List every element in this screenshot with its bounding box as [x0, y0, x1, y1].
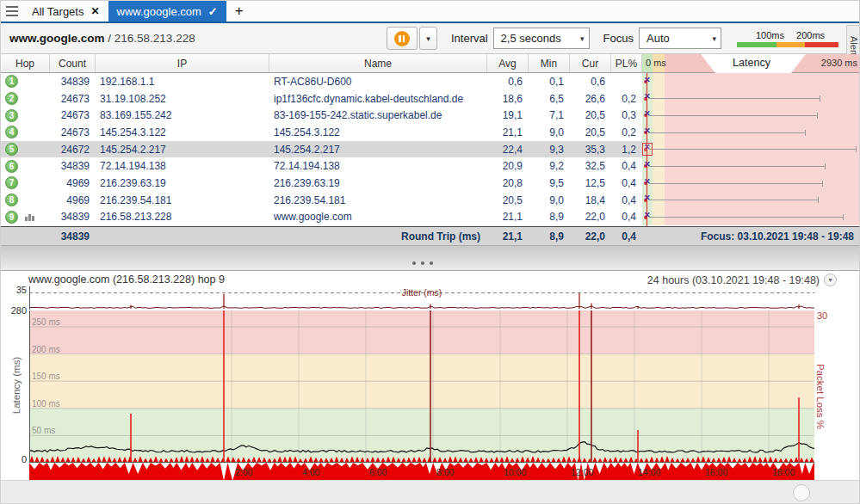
- current-time-marker-line: [647, 73, 647, 226]
- col-min[interactable]: Min: [529, 54, 570, 72]
- toolbar: www.google.com / 216.58.213.228 ▾ Interv…: [1, 23, 860, 54]
- cell-avg: 21,1: [487, 126, 529, 138]
- cell-count: 34839: [50, 211, 96, 223]
- graph-range-selector[interactable]: 24 hours (03.10.2021 19:48 - 19:48) ▾: [647, 274, 837, 286]
- check-icon: ✓: [208, 5, 218, 18]
- loss-axis-max: 30: [817, 310, 827, 321]
- table-row[interactable]: 63483972.14.194.13872.14.194.13820,99,23…: [1, 157, 860, 175]
- pause-dropdown-button[interactable]: ▾: [419, 27, 437, 50]
- latency-axis-max: 280: [4, 305, 27, 316]
- col-count[interactable]: Count: [50, 54, 96, 72]
- summary-min: 8,9: [529, 230, 570, 243]
- hop-number-badge: 9: [5, 211, 18, 224]
- scrollbar-thumb[interactable]: [793, 484, 810, 501]
- table-row[interactable]: 22467331.19.108.252ip1f136cfc.dynamic.ka…: [1, 90, 860, 108]
- table-row[interactable]: 32467383.169.155.24283-169-155-242.stati…: [1, 107, 860, 124]
- table-row[interactable]: 134839192.168.1.1RT-AC86U-D6000,60,10,6✕: [1, 73, 860, 90]
- whisker-end-tick: [843, 214, 844, 220]
- cell-pl: 0,4: [611, 177, 642, 189]
- tab-all-targets-label: All Targets: [32, 5, 84, 18]
- svg-text:250 ms: 250 ms: [32, 317, 60, 327]
- whisker-end-tick: [825, 163, 826, 169]
- loss-axis-title: Packet Loss %: [815, 349, 826, 444]
- cell-pl: 0,2: [611, 126, 642, 138]
- latency-whisker-cell: ✕: [642, 141, 860, 158]
- cell-name: 145.254.3.122: [269, 126, 487, 138]
- cell-ip: 216.239.63.19: [96, 177, 269, 189]
- pause-button[interactable]: [387, 27, 418, 50]
- col-name[interactable]: Name: [269, 54, 487, 72]
- latency-whisker: [649, 217, 843, 218]
- cell-count: 4969: [50, 177, 96, 189]
- svg-text:8:00: 8:00: [436, 467, 455, 477]
- cell-name: 216.239.54.181: [269, 194, 487, 206]
- chevron-down-icon: ▾: [824, 274, 837, 286]
- latency-scale-legend: 100ms 200ms: [737, 30, 838, 47]
- tab-google[interactable]: www.google.com ✓: [108, 1, 226, 22]
- cell-count: 24673: [50, 109, 96, 121]
- svg-text:16:00: 16:00: [705, 467, 727, 477]
- col-avg[interactable]: Avg: [487, 54, 529, 72]
- jitter-chart[interactable]: Jitter (ms): [29, 286, 814, 313]
- cell-min: 0,1: [529, 76, 570, 88]
- target-host: www.google.com: [9, 32, 105, 45]
- svg-text:Jitter (ms): Jitter (ms): [402, 287, 442, 298]
- cell-pl: 0,4: [611, 160, 642, 172]
- scale-100ms-label: 100ms: [756, 30, 784, 42]
- timeline-scrollbar[interactable]: [1, 480, 860, 504]
- svg-text:12:00: 12:00: [571, 467, 593, 477]
- cell-pl: 0,3: [611, 109, 642, 121]
- whisker-end-tick: [856, 146, 857, 152]
- col-hop[interactable]: Hop: [1, 54, 50, 72]
- table-rows: 134839192.168.1.1RT-AC86U-D6000,60,10,6✕…: [1, 73, 860, 226]
- latency-chart[interactable]: 50 ms100 ms150 ms200 ms250 ms: [29, 310, 814, 466]
- interval-select[interactable]: 2,5 seconds ▾: [493, 28, 590, 49]
- table-row[interactable]: 524672145.254.2.217145.254.2.21722,49,33…: [1, 141, 860, 158]
- col-cur[interactable]: Cur: [570, 54, 611, 72]
- cell-cur: 20,5: [570, 109, 611, 121]
- latency-max-label: 2930 ms: [821, 58, 857, 68]
- panel-splitter[interactable]: [1, 246, 860, 270]
- latency-axis-title: Latency (ms): [11, 334, 22, 437]
- splitter-grip-icon[interactable]: [412, 261, 433, 265]
- target-separator: /: [108, 32, 111, 45]
- latency-whisker-cell: ✕: [642, 209, 860, 226]
- col-latency[interactable]: 0 ms Latency 2930 ms: [642, 54, 860, 72]
- cell-ip: 72.14.194.138: [96, 160, 269, 172]
- interval-value: 2,5 seconds: [501, 32, 561, 45]
- focus-value: Auto: [647, 32, 670, 45]
- table-row[interactable]: 424673145.254.3.122145.254.3.12221,19,02…: [1, 124, 860, 141]
- whisker-end-tick: [822, 181, 823, 187]
- cell-avg: 0,6: [487, 76, 529, 88]
- summary-count: 34839: [50, 230, 96, 243]
- hop-number-badge: 3: [5, 109, 18, 122]
- new-tab-button[interactable]: +: [226, 1, 252, 22]
- cell-ip: 216.239.54.181: [96, 194, 269, 206]
- cell-avg: 19,1: [487, 109, 529, 121]
- svg-text:6:00: 6:00: [369, 467, 387, 477]
- focus-select[interactable]: Auto ▾: [639, 28, 721, 49]
- col-ip[interactable]: IP: [96, 54, 269, 72]
- cell-count: 34839: [50, 160, 96, 172]
- table-row[interactable]: 74969216.239.63.19216.239.63.1920,89,512…: [1, 175, 860, 192]
- trace-table: Hop Count IP Name Avg Min Cur PL% 0 ms L…: [1, 54, 860, 246]
- menu-icon[interactable]: [1, 1, 23, 22]
- cell-cur: 35,3: [570, 144, 611, 156]
- tab-all-targets[interactable]: All Targets ✕: [23, 1, 108, 22]
- cell-ip: 83.169.155.242: [96, 109, 269, 121]
- close-icon[interactable]: ✕: [90, 5, 99, 17]
- cell-min: 9,5: [529, 177, 570, 189]
- pingplotter-window: All Targets ✕ www.google.com ✓ + www.goo…: [0, 0, 860, 504]
- focus-label: Focus: [603, 32, 634, 45]
- table-row[interactable]: 84969216.239.54.181216.239.54.18120,59,0…: [1, 192, 860, 209]
- latency-whisker: [649, 149, 856, 150]
- col-pl[interactable]: PL%: [611, 54, 642, 72]
- svg-text:150 ms: 150 ms: [32, 372, 60, 381]
- latency-whisker-cell: ✕: [642, 192, 860, 209]
- graph-title: www.google.com (216.58.213.228) hop 9: [28, 274, 225, 286]
- svg-text:4:00: 4:00: [302, 467, 320, 477]
- cell-name: ip1f136cfc.dynamic.kabel-deutschland.de: [269, 93, 487, 105]
- cell-ip: 145.254.2.217: [96, 144, 269, 156]
- table-row[interactable]: 934839216.58.213.228www.google.com21,18,…: [1, 209, 860, 226]
- svg-text:200 ms: 200 ms: [32, 345, 60, 354]
